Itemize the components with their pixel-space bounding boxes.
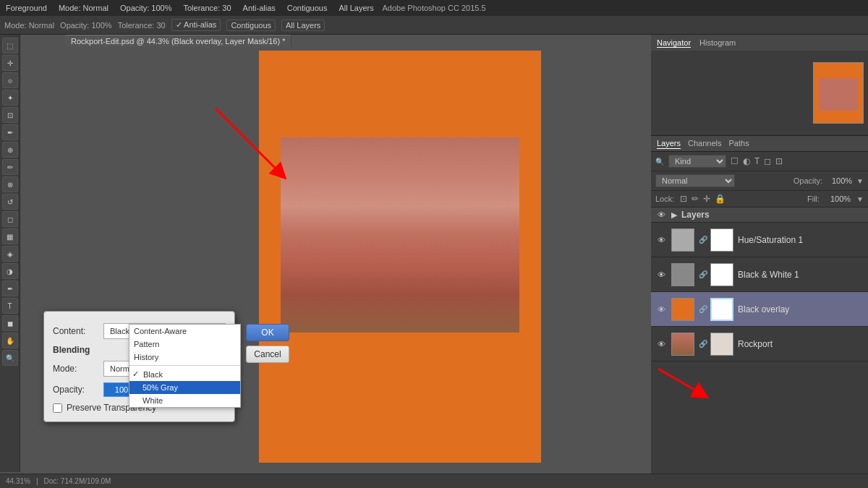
menu-antialiас[interactable]: Anti-alias <box>243 4 276 12</box>
tool-zoom[interactable]: 🔍 <box>2 350 18 366</box>
lock-all-icon[interactable]: 🔒 <box>715 194 726 204</box>
opacity-label: Opacity: <box>53 385 103 395</box>
tab-paths[interactable]: Paths <box>729 139 749 148</box>
kind-adjust-icon[interactable]: ◐ <box>743 156 750 166</box>
layer-name-overlay: Black overlay <box>738 304 864 314</box>
layer-thumb-overlay <box>671 298 694 321</box>
photo-content <box>281 137 519 333</box>
fill-value: 100% <box>825 194 851 203</box>
thumbnail-photo <box>819 78 858 111</box>
layer-eye-rockport[interactable]: 👁 <box>655 340 667 348</box>
tool-heal[interactable]: ⊕ <box>2 142 18 158</box>
dd-history[interactable]: History <box>129 351 240 364</box>
dd-black[interactable]: ✓ Black <box>129 367 240 381</box>
lock-move-icon[interactable]: ✛ <box>703 194 710 204</box>
toolbar-opacity-label: Opacity: 100% <box>60 21 112 30</box>
tool-blur[interactable]: ◈ <box>2 246 18 262</box>
menu-mode[interactable]: Mode: Normal <box>59 4 109 12</box>
layers-tabs: Layers Channels Paths <box>651 136 868 152</box>
layer-eye-hue[interactable]: 👁 <box>655 236 667 244</box>
tool-shape[interactable]: ◼ <box>2 315 18 331</box>
lock-paint-icon[interactable]: ✏ <box>692 194 699 204</box>
dd-content-aware[interactable]: Content-Aware <box>129 325 240 338</box>
tool-crop[interactable]: ⊡ <box>2 107 18 123</box>
layer-hue-saturation[interactable]: 👁 🔗 Hue/Saturation 1 <box>651 223 868 257</box>
status-bar: 44.31% | Doc: 714.2M/109.0M <box>0 474 868 488</box>
blend-mode-select[interactable]: Normal <box>655 174 735 187</box>
dd-50gray[interactable]: 50% Gray <box>129 381 240 394</box>
tab-channels[interactable]: Channels <box>688 139 721 148</box>
toolbar-tolerance-label: Tolerance: 30 <box>118 21 166 30</box>
kind-row: 🔍 Kind ☐ ◐ T ◻ ⊡ <box>651 152 868 171</box>
layer-eye-overlay[interactable]: 👁 <box>655 305 667 314</box>
tool-gradient[interactable]: ▦ <box>2 228 18 244</box>
layers-area: Layers Channels Paths 🔍 Kind ☐ ◐ T ◻ ⊡ N… <box>651 136 868 488</box>
group-expand-icon[interactable]: ▶ <box>671 210 677 220</box>
menubar: Adobe Photoshop CC 2015.5 Foreground Mod… <box>0 0 868 16</box>
menu-foreground[interactable]: Foreground <box>6 4 47 12</box>
menu-tolerance[interactable]: Tolerance: 30 <box>184 4 231 12</box>
tool-pen[interactable]: ✒ <box>2 281 18 296</box>
tab-layers[interactable]: Layers <box>657 139 681 149</box>
tool-type[interactable]: T <box>2 298 18 314</box>
toolbar-antialiase[interactable]: ✓ Anti-alias <box>171 19 221 31</box>
tab-histogram[interactable]: Histogram <box>699 38 736 47</box>
tab-navigator[interactable]: Navigator <box>657 38 691 48</box>
toolbar-contiguous[interactable]: Contiguous <box>226 20 276 31</box>
layer-eye-bw[interactable]: 👁 <box>655 270 667 279</box>
dd-white[interactable]: White <box>129 394 240 407</box>
status-separator: | <box>36 477 38 485</box>
search-icon: 🔍 <box>655 158 664 166</box>
tool-eyedropper[interactable]: ✒ <box>2 124 18 140</box>
preserve-checkbox[interactable] <box>53 403 62 413</box>
tool-dodge[interactable]: ◑ <box>2 263 18 279</box>
layer-name-rockport: Rockport <box>738 339 864 349</box>
content-label: Content: <box>53 326 103 336</box>
layer-link-overlay: 🔗 <box>699 305 706 313</box>
right-panels: Navigator Histogram Layers Channels Path… <box>651 35 868 488</box>
layer-black-overlay[interactable]: 👁 🔗 Black overlay <box>651 292 868 327</box>
menu-opacity[interactable]: Opacity: 100% <box>120 4 172 12</box>
kind-select[interactable]: Kind <box>668 155 726 168</box>
app-title-center: Adobe Photoshop CC 2015.5 <box>382 4 485 12</box>
check-black: ✓ <box>132 369 139 379</box>
document-tab[interactable]: Rockport-Edit.psd @ 44.3% (Black overlay… <box>65 35 292 47</box>
svg-line-5 <box>658 369 702 394</box>
layer-thumb-rockport <box>671 333 694 356</box>
tool-eraser[interactable]: ◻ <box>2 211 18 227</box>
photo-area <box>281 137 519 333</box>
ok-button[interactable]: OK <box>246 324 289 341</box>
tool-lasso[interactable]: ⌾ <box>2 72 18 88</box>
kind-pixel-icon[interactable]: ☐ <box>731 156 739 166</box>
lock-transparent-icon[interactable]: ⊡ <box>680 194 687 204</box>
tool-history-brush[interactable]: ↺ <box>2 194 18 210</box>
photo-horizon <box>281 253 519 254</box>
layer-name-hue: Hue/Saturation 1 <box>738 235 864 245</box>
toolbar-all-layers[interactable]: All Layers <box>281 20 325 31</box>
nav-thumbnail-box <box>813 62 864 124</box>
layer-mask-overlay <box>710 298 733 321</box>
tool-clone[interactable]: ⊗ <box>2 176 18 192</box>
nav-thumbnail-area <box>651 51 868 135</box>
tool-select[interactable]: ⬚ <box>2 38 18 53</box>
kind-smart-icon[interactable]: ⊡ <box>775 156 783 166</box>
menu-contiguous[interactable]: Contiguous <box>287 4 328 12</box>
layer-black-white[interactable]: 👁 🔗 Black & White 1 <box>651 257 868 292</box>
doc-info: Doc: 714.2M/109.0M <box>44 477 111 485</box>
fill-label: Fill: <box>807 194 820 203</box>
group-eye-icon[interactable]: 👁 <box>655 210 667 219</box>
opacity-chevron[interactable]: ▼ <box>856 177 864 185</box>
layer-link-rockport: 🔗 <box>699 340 706 348</box>
layer-mask-bw <box>710 263 733 286</box>
tool-magic-wand[interactable]: ✦ <box>2 90 18 106</box>
tool-brush[interactable]: ✏ <box>2 159 18 175</box>
kind-type-icon[interactable]: T <box>754 156 760 166</box>
menu-all-layers[interactable]: All Layers <box>339 4 373 12</box>
tool-hand[interactable]: ✋ <box>2 333 18 348</box>
dd-pattern[interactable]: Pattern <box>129 338 240 351</box>
kind-shape-icon[interactable]: ◻ <box>764 156 771 166</box>
cancel-button[interactable]: Cancel <box>246 346 289 363</box>
fill-chevron[interactable]: ▼ <box>856 195 864 203</box>
opacity-value: 100% <box>827 176 852 185</box>
tool-move[interactable]: ✛ <box>2 55 18 71</box>
